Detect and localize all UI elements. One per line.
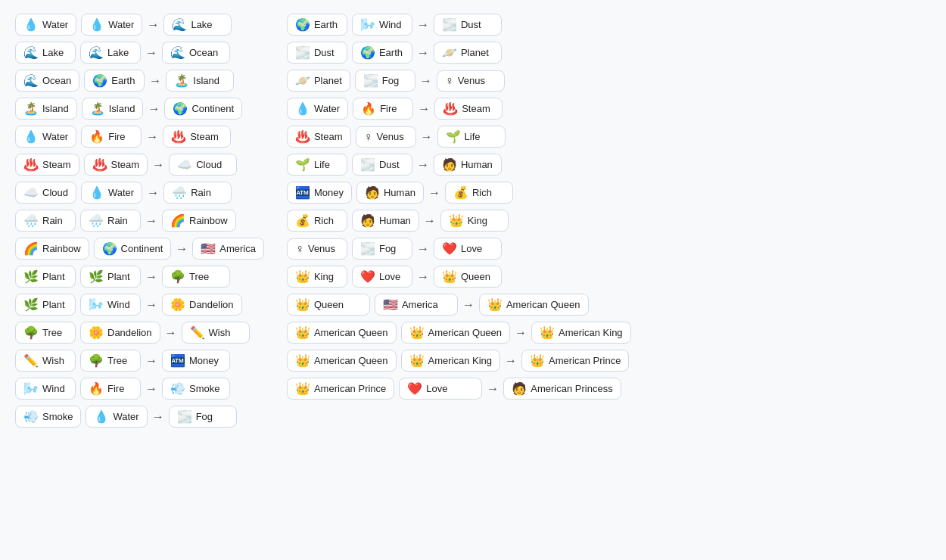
- arrow-icon: →: [165, 326, 177, 340]
- element-label: American Queen: [314, 327, 388, 338]
- element-label: Fog: [382, 75, 399, 86]
- element-label: King: [314, 271, 334, 282]
- element-icon: 🇺🇸: [383, 297, 398, 312]
- element-chip: 🌊Ocean: [15, 70, 79, 92]
- element-icon: ♀️: [364, 130, 373, 144]
- element-label: American Queen: [314, 355, 388, 366]
- element-chip: ❤️Love: [352, 266, 412, 288]
- element-label: Plant: [42, 299, 65, 310]
- element-icon: 🌧️: [89, 213, 104, 228]
- element-icon: ✏️: [23, 353, 39, 368]
- element-chip: 💧Water: [81, 182, 142, 204]
- element-label: Rich: [472, 187, 492, 198]
- element-chip: 🪐Planet: [287, 70, 350, 92]
- recipe-row: 👑King❤️Love→👑Queen: [287, 266, 631, 288]
- element-chip: 👑American Queen: [479, 294, 589, 316]
- element-chip: 💧Water: [287, 98, 348, 120]
- element-icon: 🏝️: [174, 73, 189, 88]
- element-label: Rainbow: [42, 243, 81, 254]
- element-label: Continent: [121, 243, 163, 254]
- element-label: Fire: [380, 103, 397, 114]
- element-icon: 🔥: [89, 381, 104, 396]
- element-chip: ✏️Wish: [15, 350, 76, 372]
- element-icon: 🌫️: [363, 73, 378, 88]
- arrow-icon: →: [505, 354, 517, 368]
- element-chip: 🧑Human: [434, 154, 502, 176]
- element-icon: 🌳: [89, 353, 104, 368]
- element-label: Ocean: [189, 47, 218, 58]
- recipe-row: ♀️Venus🌫️Fog→❤️Love: [287, 238, 631, 260]
- element-chip: 🌍Continent: [94, 238, 172, 260]
- element-chip: 🏝️Island: [166, 70, 234, 92]
- recipe-row: 🌳Tree🌼Dandelion→✏️Wish: [15, 322, 264, 344]
- element-label: Water: [113, 411, 138, 422]
- element-label: Rich: [314, 215, 334, 226]
- element-chip: ♨️Steam: [84, 154, 148, 176]
- element-icon: 👑: [540, 325, 555, 340]
- arrow-icon: →: [147, 186, 159, 200]
- element-icon: 🪐: [295, 73, 310, 88]
- element-icon: 💧: [89, 185, 104, 200]
- element-label: Cloud: [196, 159, 222, 170]
- element-chip: ♀️Venus: [356, 126, 416, 148]
- element-label: Water: [42, 19, 68, 30]
- element-chip: 🌊Lake: [15, 42, 76, 64]
- recipe-row: 🌬️Wind🔥Fire→💨Smoke: [15, 378, 264, 400]
- element-icon: 🌫️: [442, 17, 457, 32]
- element-chip: 🌍Earth: [287, 14, 347, 36]
- element-icon: 🔥: [361, 101, 376, 116]
- element-icon: 💧: [295, 101, 310, 116]
- element-chip: 🌈Rainbow: [15, 238, 89, 260]
- element-chip: 👑King: [287, 266, 347, 288]
- element-label: Life: [465, 131, 481, 142]
- element-chip: 🧑Human: [356, 182, 424, 204]
- element-chip: 🌫️Fog: [355, 70, 415, 92]
- element-icon: 💰: [453, 185, 468, 200]
- recipe-row: 🏝️Island🏝️Island→🌍Continent: [15, 98, 264, 120]
- recipe-row: 💰Rich🧑Human→👑King: [287, 210, 631, 232]
- element-chip: 💧Water: [15, 14, 76, 36]
- element-label: Fire: [108, 131, 125, 142]
- element-label: American Queen: [428, 327, 503, 338]
- element-chip: 🌫️Fog: [169, 406, 237, 428]
- element-chip: 👑American Prince: [287, 378, 394, 400]
- recipe-row: 🌿Plant🌿Plant→🌳Tree: [15, 266, 264, 288]
- left-column: 💧Water💧Water→🌊Lake🌊Lake🌊Lake→🌊Ocean🌊Ocea…: [15, 14, 264, 428]
- element-label: Earth: [379, 47, 403, 58]
- element-chip: 🌿Plant: [80, 266, 141, 288]
- arrow-icon: →: [421, 130, 433, 144]
- element-label: Rainbow: [189, 215, 228, 226]
- element-icon: 👑: [487, 297, 503, 312]
- element-icon: 🌍: [295, 17, 310, 32]
- element-icon: 🌫️: [360, 241, 375, 256]
- element-chip: 🔥Fire: [81, 126, 142, 148]
- element-icon: 🌍: [102, 241, 117, 256]
- element-chip: 👑King: [440, 210, 509, 232]
- element-label: Human: [379, 215, 411, 226]
- element-chip: 🌍Earth: [352, 42, 412, 64]
- element-icon: 🌊: [23, 73, 39, 88]
- arrow-icon: →: [149, 74, 161, 88]
- element-label: American Prince: [314, 383, 386, 394]
- element-icon: 🌍: [92, 73, 107, 88]
- element-chip: 🌊Ocean: [162, 42, 230, 64]
- element-icon: 👑: [442, 269, 457, 284]
- element-icon: 🌬️: [23, 381, 39, 396]
- element-icon: ♨️: [443, 101, 458, 116]
- element-icon: 👑: [295, 269, 310, 284]
- element-chip: 🪐Planet: [434, 42, 502, 64]
- recipe-row: 🌫️Dust🌍Earth→🪐Planet: [287, 42, 631, 64]
- element-icon: ☁️: [177, 157, 192, 172]
- element-icon: ❤️: [407, 381, 422, 396]
- element-label: Venus: [308, 243, 335, 254]
- arrow-icon: →: [145, 354, 157, 368]
- element-chip: 🔥Fire: [80, 378, 141, 400]
- element-icon: 🌊: [172, 17, 187, 32]
- recipe-row: 🌍Earth🌬️Wind→🌫️Dust: [287, 14, 631, 36]
- element-chip: ♨️Steam: [15, 154, 79, 176]
- element-icon: 🌿: [23, 297, 39, 312]
- element-chip: 💧Water: [81, 14, 142, 36]
- arrow-icon: →: [417, 46, 429, 60]
- arrow-icon: →: [417, 242, 429, 256]
- recipe-row: 🌿Plant🌬️Wind→🌼Dandelion: [15, 294, 264, 316]
